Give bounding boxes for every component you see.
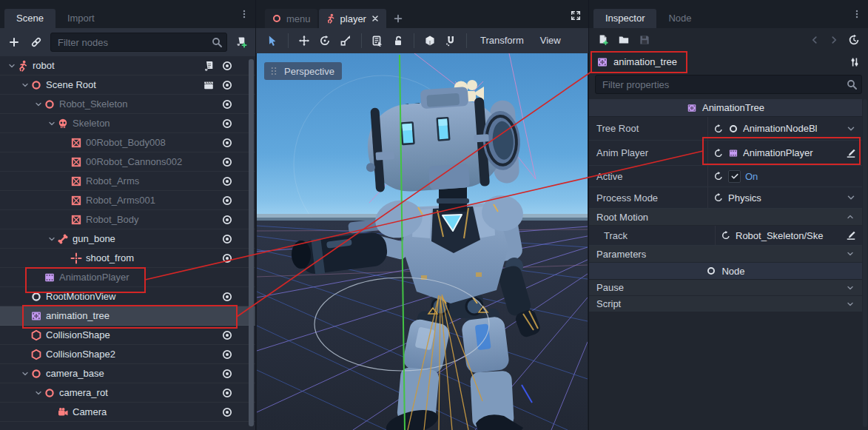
section-parameters[interactable]: Parameters	[589, 246, 862, 263]
scene-dock-menu-icon[interactable]	[239, 9, 249, 19]
section-root-motion[interactable]: Root Motion	[589, 209, 862, 226]
view-gizmo-tool-button[interactable]	[420, 32, 440, 50]
pencil-icon[interactable]	[846, 230, 856, 241]
eye-icon[interactable]	[221, 195, 233, 206]
scene-tree-scrollbar[interactable]	[249, 58, 254, 427]
tree-node-animationplayer[interactable]: AnimationPlayer	[0, 268, 255, 287]
revert-icon[interactable]	[713, 171, 724, 181]
tree-node-robot-body[interactable]: Robot_Body	[0, 210, 255, 229]
eye-icon[interactable]	[221, 214, 233, 226]
tree-node-camera[interactable]: Camera	[0, 403, 255, 422]
tree-node-animation-tree[interactable]: animation_tree	[0, 306, 255, 326]
chevron-down-icon[interactable]	[846, 192, 856, 203]
script-icon[interactable]	[203, 60, 215, 72]
history-icon[interactable]	[848, 34, 860, 46]
revert-icon[interactable]	[713, 124, 724, 134]
expand-icon[interactable]	[47, 235, 56, 243]
inspector-scrollbar[interactable]	[863, 99, 867, 427]
tree-node-shoot-from[interactable]: shoot_from	[0, 249, 255, 268]
new-scene-tab-button[interactable]	[388, 9, 408, 28]
scene-tab-player[interactable]: player	[319, 9, 386, 28]
load-resource-icon[interactable]	[618, 34, 630, 46]
tree-node-rootmotionview[interactable]: RootMotionView	[0, 287, 255, 306]
tree-node-collisionshape[interactable]: CollisionShape	[0, 326, 255, 345]
move-tool-button[interactable]	[294, 32, 314, 50]
filter-nodes-input[interactable]	[50, 33, 227, 52]
tab-node[interactable]: Node	[656, 9, 703, 28]
eye-icon[interactable]	[221, 137, 233, 149]
class-header-animationtree[interactable]: AnimationTree	[589, 99, 862, 117]
eye-icon[interactable]	[221, 406, 233, 418]
add-node-button[interactable]	[6, 34, 22, 50]
expand-icon[interactable]	[47, 119, 56, 128]
instance-scene-button[interactable]	[28, 34, 44, 50]
section-pause[interactable]: Pause	[589, 280, 862, 296]
eye-icon[interactable]	[221, 98, 233, 110]
rotate-tool-button[interactable]	[314, 32, 335, 50]
tab-scene[interactable]: Scene	[4, 9, 55, 28]
expand-icon[interactable]	[7, 61, 16, 70]
eye-icon[interactable]	[221, 387, 233, 399]
tree-node-skeleton[interactable]: Skeleton	[0, 114, 255, 133]
revert-icon[interactable]	[713, 192, 724, 203]
expand-icon[interactable]	[21, 369, 30, 378]
menu-transform[interactable]: Transform	[472, 32, 532, 50]
close-tab-icon[interactable]	[371, 14, 380, 23]
save-resource-icon[interactable]	[639, 34, 650, 46]
property-value[interactable]: AnimationPlayer	[743, 147, 813, 158]
revert-icon[interactable]	[721, 230, 731, 241]
snap-tool-button[interactable]	[440, 32, 461, 50]
attach-script-button[interactable]	[233, 34, 249, 50]
eye-icon[interactable]	[221, 368, 233, 380]
eye-icon[interactable]	[221, 291, 233, 303]
tree-node-robot-arms[interactable]: Robot_Arms	[0, 172, 255, 191]
property-value[interactable]: Physics	[728, 192, 761, 204]
section-script[interactable]: Script	[589, 296, 862, 312]
property-value[interactable]: AnimationNodeBl	[743, 123, 817, 134]
clapper-icon[interactable]	[203, 79, 215, 91]
tab-import[interactable]: Import	[55, 9, 107, 28]
tree-node-robot-arms001[interactable]: Robot_Arms001	[0, 191, 255, 210]
eye-icon[interactable]	[221, 252, 233, 264]
list-select-tool-button[interactable]	[367, 32, 388, 50]
tree-node-scene-root[interactable]: Scene Root	[0, 75, 255, 95]
chevron-down-icon[interactable]	[846, 124, 856, 134]
property-value[interactable]: On	[745, 171, 758, 182]
eye-icon[interactable]	[221, 329, 233, 341]
revert-icon[interactable]	[713, 148, 724, 158]
select-tool-button[interactable]	[262, 32, 283, 50]
property-value[interactable]: Robot_Skeleton/Ske	[736, 230, 824, 241]
tree-node-00robot-cannons002[interactable]: 00Robot_Cannons002	[0, 152, 255, 172]
eye-icon[interactable]	[221, 60, 233, 72]
lock-tool-button[interactable]	[388, 32, 408, 50]
history-forward-icon[interactable]	[829, 35, 839, 45]
eye-icon[interactable]	[221, 175, 233, 187]
distraction-free-icon[interactable]	[571, 10, 581, 21]
tree-node-camera-rot[interactable]: camera_rot	[0, 383, 255, 403]
tree-node-camera-base[interactable]: camera_base	[0, 364, 255, 383]
expand-icon[interactable]	[21, 81, 30, 90]
eye-icon[interactable]	[221, 233, 233, 245]
eye-icon[interactable]	[221, 156, 233, 168]
tree-node-collisionshape2[interactable]: CollisionShape2	[0, 345, 255, 364]
menu-view[interactable]: View	[532, 32, 569, 50]
filter-properties-input[interactable]	[595, 75, 862, 94]
expand-icon[interactable]	[34, 100, 43, 109]
tree-node-gun-bone[interactable]: gun_bone	[0, 229, 255, 249]
extra-tools-icon[interactable]	[849, 56, 861, 68]
new-resource-icon[interactable]	[597, 34, 609, 46]
checkbox[interactable]	[728, 170, 741, 183]
inspector-dock-menu-icon[interactable]	[852, 9, 862, 19]
scene-tab-menu[interactable]: menu	[265, 9, 317, 28]
pencil-icon[interactable]	[846, 148, 856, 158]
tree-node-00robot-body008[interactable]: 00Robot_Body008	[0, 133, 255, 152]
3d-viewport[interactable]: Perspective	[257, 53, 588, 430]
tab-inspector[interactable]: Inspector	[593, 9, 656, 28]
eye-icon[interactable]	[221, 349, 233, 360]
tree-node-robot[interactable]: robot	[0, 56, 255, 75]
expand-icon[interactable]	[34, 389, 43, 397]
history-back-icon[interactable]	[810, 35, 820, 45]
perspective-button[interactable]: Perspective	[264, 62, 342, 80]
eye-icon[interactable]	[221, 79, 233, 91]
scale-tool-button[interactable]	[335, 32, 356, 50]
